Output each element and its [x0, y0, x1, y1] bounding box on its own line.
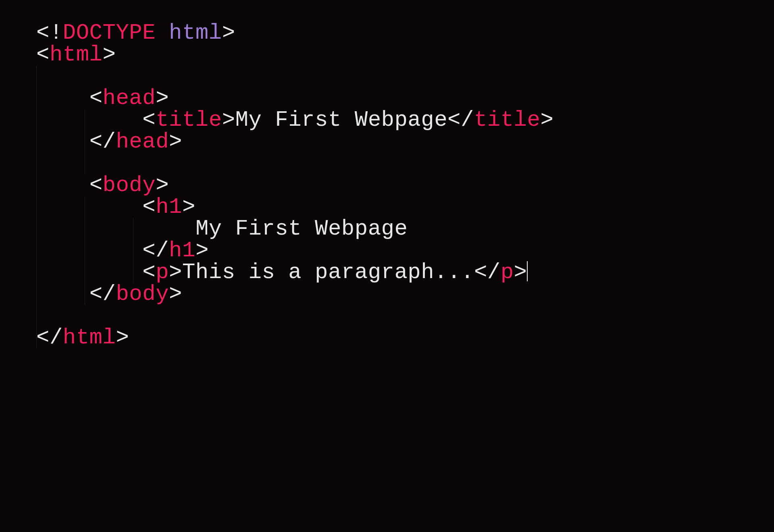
- bracket-close: >: [222, 21, 235, 45]
- bracket-close: >: [182, 195, 196, 219]
- doctype-value: html: [169, 21, 222, 45]
- bracket-open: <: [142, 108, 156, 132]
- indent: [36, 86, 89, 110]
- code-line[interactable]: <title>My First Webpage</title>: [36, 109, 774, 131]
- code-line[interactable]: <p>This is a paragraph...</p>: [36, 262, 774, 283]
- bracket-open: <: [89, 282, 103, 306]
- code-line[interactable]: </html>: [36, 327, 774, 349]
- code-editor[interactable]: <!DOCTYPE html> <html> <head> <title>My …: [36, 22, 774, 349]
- code-line[interactable]: </h1>: [36, 240, 774, 262]
- slash: /: [103, 129, 116, 154]
- indent: [36, 173, 89, 197]
- bracket-close: >: [103, 42, 116, 67]
- tag-html-close: html: [63, 325, 116, 350]
- bracket-close: >: [156, 173, 169, 197]
- bracket-open: <: [89, 173, 103, 197]
- tag-h1-close: h1: [169, 238, 196, 263]
- tag-p: p: [156, 260, 169, 285]
- indent: [36, 282, 89, 306]
- tag-body-close: body: [116, 282, 169, 306]
- slash: /: [156, 238, 169, 263]
- code-line[interactable]: <h1>: [36, 196, 774, 218]
- slash: /: [461, 108, 474, 132]
- indent: [36, 195, 142, 219]
- bracket-open: <: [447, 108, 461, 132]
- bracket-close: >: [169, 282, 182, 306]
- code-line[interactable]: </head>: [36, 131, 774, 153]
- code-line[interactable]: My First Webpage: [36, 218, 774, 240]
- tag-head: head: [103, 86, 156, 110]
- bracket-open: <: [36, 42, 50, 67]
- p-text: This is a paragraph...: [182, 260, 474, 285]
- tag-p-close: p: [501, 260, 514, 285]
- title-text: My First Webpage: [235, 108, 447, 132]
- h1-text: My First Webpage: [196, 216, 408, 241]
- indent: [36, 108, 142, 132]
- bracket-close: >: [196, 238, 209, 263]
- doctype-keyword: DOCTYPE: [63, 21, 156, 45]
- indent: [36, 216, 196, 241]
- indent: [36, 238, 142, 263]
- code-line[interactable]: [36, 66, 774, 87]
- bracket-open: <: [89, 86, 103, 110]
- indent: [36, 260, 142, 285]
- code-line[interactable]: <head>: [36, 87, 774, 109]
- slash: /: [103, 282, 116, 306]
- tag-html: html: [50, 42, 103, 67]
- tag-h1: h1: [156, 195, 182, 219]
- bracket-close: >: [540, 108, 553, 132]
- slash: /: [50, 325, 63, 350]
- slash: /: [487, 260, 501, 285]
- tag-body: body: [103, 173, 156, 197]
- bracket-open: <: [142, 238, 156, 263]
- tag-title-close: title: [474, 108, 541, 132]
- code-line[interactable]: </body>: [36, 283, 774, 305]
- bracket-open: <: [142, 195, 156, 219]
- bracket-open: <: [36, 325, 50, 350]
- bracket-close: >: [169, 260, 182, 285]
- bracket-close: >: [169, 129, 182, 154]
- code-line[interactable]: <body>: [36, 175, 774, 196]
- bracket-close: >: [116, 325, 129, 350]
- bracket-close: >: [156, 86, 169, 110]
- bracket-open: <: [89, 129, 103, 154]
- tag-title: title: [156, 108, 222, 132]
- text-cursor: [527, 261, 528, 281]
- code-line[interactable]: [36, 305, 774, 327]
- space: [156, 21, 169, 45]
- code-line[interactable]: <!DOCTYPE html>: [36, 22, 774, 44]
- bracket-close: >: [222, 108, 235, 132]
- indent: [36, 129, 89, 154]
- exclaim: !: [50, 21, 63, 45]
- code-line[interactable]: <html>: [36, 44, 774, 66]
- tag-head-close: head: [116, 129, 169, 154]
- bracket-open: <: [142, 260, 156, 285]
- code-line[interactable]: [36, 153, 774, 175]
- bracket-open: <: [474, 260, 487, 285]
- bracket-open: <: [36, 21, 50, 45]
- bracket-close: >: [514, 260, 527, 285]
